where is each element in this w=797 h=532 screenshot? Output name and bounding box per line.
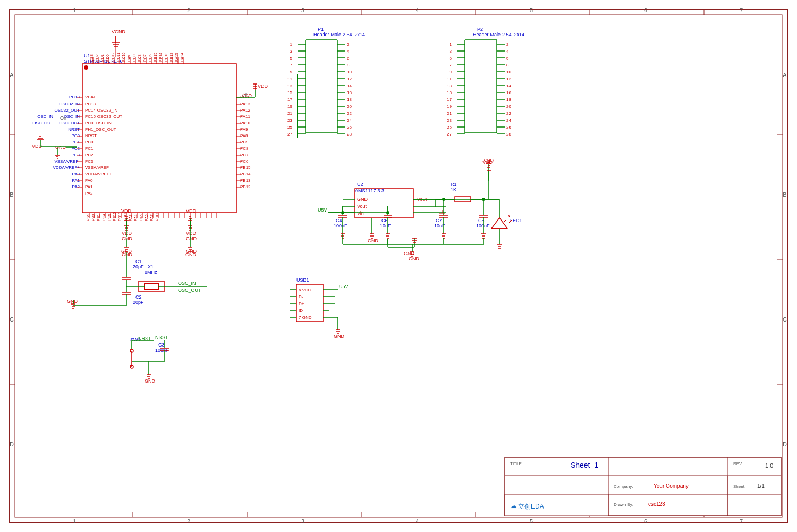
svg-text:PH1_OSC_OUT: PH1_OSC_OUT bbox=[85, 127, 116, 132]
svg-text:6: 6 bbox=[644, 7, 647, 13]
svg-text:VDDA/VREF+: VDDA/VREF+ bbox=[85, 172, 112, 176]
svg-text:7: 7 bbox=[740, 7, 743, 13]
svg-text:2: 2 bbox=[347, 42, 350, 47]
svg-text:VDD: VDD bbox=[122, 231, 132, 236]
svg-text:C4: C4 bbox=[336, 218, 342, 223]
svg-text:VSSA/VREF-: VSSA/VREF- bbox=[85, 165, 111, 170]
svg-text:20pF: 20pF bbox=[133, 300, 144, 305]
svg-text:NRST: NRST bbox=[85, 133, 97, 138]
svg-text:C: C bbox=[783, 316, 787, 323]
svg-text:20: 20 bbox=[506, 104, 511, 109]
svg-text:4: 4 bbox=[347, 49, 350, 54]
svg-text:PC3: PC3 bbox=[85, 159, 94, 164]
svg-text:28: 28 bbox=[506, 132, 511, 137]
svg-text:14: 14 bbox=[347, 83, 352, 88]
svg-text:U2: U2 bbox=[357, 182, 363, 187]
svg-text:13: 13 bbox=[447, 83, 452, 88]
svg-text:11: 11 bbox=[447, 77, 452, 81]
svg-text:27: 27 bbox=[287, 132, 292, 137]
svg-text:100nF: 100nF bbox=[334, 223, 347, 229]
svg-point-44 bbox=[84, 65, 88, 70]
svg-text:PC15-OSC32_OUT: PC15-OSC32_OUT bbox=[85, 114, 122, 119]
svg-text:7: 7 bbox=[450, 63, 452, 67]
svg-text:16: 16 bbox=[506, 90, 511, 95]
svg-text:100nF: 100nF bbox=[476, 223, 490, 229]
svg-text:GND: GND bbox=[122, 236, 133, 241]
svg-text:GND: GND bbox=[67, 299, 78, 304]
svg-text:U5V: U5V bbox=[339, 284, 349, 289]
svg-text:C1: C1 bbox=[135, 259, 142, 264]
svg-text:8: 8 bbox=[347, 63, 350, 67]
svg-text:4: 4 bbox=[416, 518, 419, 525]
svg-text:5: 5 bbox=[530, 518, 533, 525]
svg-text:TITLE:: TITLE: bbox=[510, 461, 523, 466]
svg-point-593 bbox=[386, 211, 389, 214]
svg-text:9: 9 bbox=[450, 70, 452, 74]
svg-text:26: 26 bbox=[347, 125, 352, 130]
svg-text:VDD: VDD bbox=[186, 231, 197, 236]
svg-text:OSC_IN: OSC_IN bbox=[178, 281, 196, 286]
svg-text:R1: R1 bbox=[451, 182, 457, 187]
svg-text:U5V: U5V bbox=[318, 207, 327, 213]
svg-text:☁: ☁ bbox=[510, 502, 517, 510]
svg-text:GND: GND bbox=[121, 249, 132, 254]
svg-text:VDD: VDD bbox=[121, 208, 132, 214]
svg-text:REV:: REV: bbox=[733, 461, 743, 466]
svg-text:Company:: Company: bbox=[614, 484, 633, 489]
eda-logo: 立创EDA bbox=[518, 503, 544, 510]
svg-text:VSSA/VREF-: VSSA/VREF- bbox=[54, 159, 80, 164]
svg-rect-0 bbox=[0, 0, 797, 532]
svg-text:20pF: 20pF bbox=[133, 264, 144, 269]
svg-text:GND: GND bbox=[145, 378, 156, 384]
svg-text:10: 10 bbox=[347, 70, 352, 74]
svg-text:OSC_OUT: OSC_OUT bbox=[32, 121, 53, 125]
svg-text:X1: X1 bbox=[148, 264, 154, 269]
svg-text:17: 17 bbox=[287, 97, 292, 102]
svg-text:2: 2 bbox=[187, 518, 190, 525]
svg-text:20: 20 bbox=[347, 104, 352, 109]
svg-text:Header-Male-2.54_2x14: Header-Male-2.54_2x14 bbox=[313, 32, 365, 37]
svg-text:PC1: PC1 bbox=[85, 146, 94, 151]
svg-text:GND: GND bbox=[334, 334, 345, 339]
svg-text:PB14: PB14 bbox=[240, 172, 251, 176]
svg-text:VBAT: VBAT bbox=[85, 95, 96, 99]
svg-text:1: 1 bbox=[73, 7, 76, 13]
svg-text:13: 13 bbox=[287, 83, 292, 88]
svg-text:6: 6 bbox=[644, 518, 647, 525]
svg-text:10: 10 bbox=[506, 70, 511, 74]
svg-text:D: D bbox=[10, 441, 14, 447]
svg-text:2: 2 bbox=[506, 42, 509, 47]
svg-text:1: 1 bbox=[73, 518, 76, 525]
svg-text:2: 2 bbox=[187, 7, 190, 13]
svg-text:C2: C2 bbox=[135, 294, 142, 300]
svg-text:15: 15 bbox=[287, 90, 292, 95]
svg-text:USB1: USB1 bbox=[296, 277, 309, 283]
svg-text:ID: ID bbox=[299, 308, 303, 313]
svg-text:18: 18 bbox=[347, 97, 352, 102]
rev-text: 1.0 bbox=[765, 462, 773, 469]
svg-text:PC14-OSC32_IN: PC14-OSC32_IN bbox=[85, 108, 118, 113]
svg-text:VGND: VGND bbox=[112, 29, 126, 35]
svg-text:NRST: NRST bbox=[155, 335, 168, 340]
svg-text:PC13: PC13 bbox=[85, 102, 96, 106]
svg-text:AMS1117-3.3: AMS1117-3.3 bbox=[355, 188, 384, 193]
svg-point-595 bbox=[442, 198, 445, 201]
svg-text:GND: GND bbox=[409, 256, 420, 261]
svg-text:12: 12 bbox=[506, 77, 511, 81]
svg-text:PB13: PB13 bbox=[240, 178, 251, 183]
svg-text:GND: GND bbox=[186, 249, 197, 254]
svg-text:15: 15 bbox=[447, 90, 452, 95]
svg-text:PA1: PA1 bbox=[85, 184, 93, 189]
svg-text:4: 4 bbox=[416, 7, 419, 13]
svg-text:PA0: PA0 bbox=[85, 178, 93, 183]
svg-text:4: 4 bbox=[506, 49, 509, 54]
svg-text:5: 5 bbox=[450, 56, 452, 61]
drawn-by-text: csc123 bbox=[648, 501, 665, 507]
svg-text:7 GND: 7 GND bbox=[299, 315, 312, 320]
svg-text:7: 7 bbox=[740, 518, 743, 525]
svg-text:1: 1 bbox=[450, 42, 452, 47]
svg-text:18: 18 bbox=[506, 97, 511, 102]
svg-text:U1: U1 bbox=[84, 53, 90, 58]
svg-text:Sheet:: Sheet: bbox=[733, 484, 745, 489]
svg-text:27: 27 bbox=[447, 132, 452, 137]
